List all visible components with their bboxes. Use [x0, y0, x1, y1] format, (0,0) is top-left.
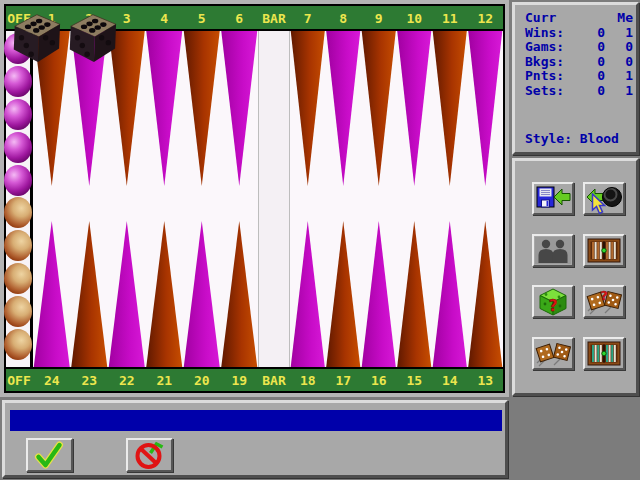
style-value: Blood	[580, 131, 619, 146]
mouse-cursor-icon	[591, 193, 608, 220]
point[interactable]	[361, 31, 397, 186]
stat-curr-value: 0	[577, 84, 605, 99]
stat-curr-value: 0	[577, 26, 605, 41]
top-label-11: 11	[442, 10, 458, 25]
stat-label: Sets:	[525, 84, 577, 99]
top-label-4: 4	[160, 10, 168, 25]
board-bottom-label-bar: OFF242322212019BAR181716151413	[6, 369, 503, 391]
bottom-label-22: 22	[119, 373, 135, 388]
board-setup-button[interactable]	[583, 337, 625, 370]
bottom-label-14: 14	[442, 373, 458, 388]
stat-curr-value: 0	[577, 69, 605, 84]
point[interactable]	[146, 31, 184, 186]
point[interactable]	[146, 221, 184, 367]
style-line: Style: Blood	[525, 131, 619, 146]
bottom-label-15: 15	[406, 373, 422, 388]
mystery-cube-button[interactable]: ?	[532, 285, 574, 318]
point[interactable]	[71, 221, 109, 367]
off-column[interactable]	[6, 31, 33, 367]
players-button[interactable]	[532, 234, 574, 267]
board-playing-area	[6, 31, 503, 367]
point[interactable]	[183, 31, 221, 186]
stats-panel: CurrMeWins:01Gams:00Bkgs:00Pnts:01Sets:0…	[512, 2, 639, 155]
top-label-9: 9	[375, 10, 383, 25]
cancel-button[interactable]	[126, 438, 173, 472]
bottom-label-16: 16	[371, 373, 387, 388]
off-checker-purple[interactable]	[4, 66, 32, 97]
bottom-label-23: 23	[81, 373, 97, 388]
top-label-7: 7	[304, 10, 312, 25]
stats-col2-header: Me	[605, 11, 633, 26]
toolbar-panel: ??	[512, 158, 639, 396]
bottom-label-18: 18	[300, 373, 316, 388]
off-checker-brown[interactable]	[4, 263, 32, 294]
off-checker-purple[interactable]	[4, 132, 32, 163]
bottom-label-bar: BAR	[262, 373, 285, 388]
stat-me-value: 0	[605, 55, 633, 70]
point[interactable]	[361, 221, 397, 367]
point[interactable]	[468, 31, 504, 186]
bottom-label-21: 21	[156, 373, 172, 388]
stat-curr-value: 0	[577, 55, 605, 70]
point[interactable]	[397, 31, 433, 186]
save-game-button[interactable]	[532, 182, 574, 215]
bottom-label-off: OFF	[7, 373, 30, 388]
point[interactable]	[397, 221, 433, 367]
point[interactable]	[108, 221, 146, 367]
stat-label: Pnts:	[525, 69, 577, 84]
stat-label: Gams:	[525, 40, 577, 55]
stat-me-value: 0	[605, 40, 633, 55]
stat-label: Bkgs:	[525, 55, 577, 70]
top-label-12: 12	[477, 10, 493, 25]
off-checker-purple[interactable]	[4, 99, 32, 130]
bottom-label-20: 20	[194, 373, 210, 388]
prompt-input-bar[interactable]: How many men at slot [ 1]: _	[10, 410, 502, 431]
point[interactable]	[468, 221, 504, 367]
svg-text:?: ?	[600, 288, 608, 303]
stat-curr-value: 0	[577, 40, 605, 55]
die-showing-6[interactable]	[64, 6, 118, 66]
ok-button[interactable]	[26, 438, 73, 472]
svg-text:?: ?	[549, 297, 558, 315]
top-label-10: 10	[406, 10, 422, 25]
bar-strip[interactable]	[258, 31, 290, 367]
stat-label: Wins:	[525, 26, 577, 41]
top-label-3: 3	[123, 10, 131, 25]
off-checker-brown[interactable]	[4, 230, 32, 261]
stats-col1-header: Curr	[525, 11, 577, 26]
point[interactable]	[432, 221, 468, 367]
stat-me-value: 1	[605, 84, 633, 99]
top-label-8: 8	[339, 10, 347, 25]
checkmark-icon	[28, 440, 71, 470]
point[interactable]	[290, 221, 326, 367]
top-label-5: 5	[198, 10, 206, 25]
off-checker-brown[interactable]	[4, 197, 32, 228]
bottom-label-13: 13	[477, 373, 493, 388]
point[interactable]	[326, 31, 362, 186]
point[interactable]	[221, 31, 259, 186]
stat-me-value: 1	[605, 69, 633, 84]
backgammon-app-window: OFF123456BAR789101112 OFF242322212019BAR…	[0, 0, 640, 480]
bottom-label-19: 19	[231, 373, 247, 388]
bottom-label-24: 24	[44, 373, 60, 388]
point[interactable]	[33, 221, 71, 367]
ask-dice-button[interactable]: ?	[583, 285, 625, 318]
die-showing-6[interactable]	[8, 6, 62, 66]
new-board-button[interactable]	[583, 234, 625, 267]
point[interactable]	[290, 31, 326, 186]
prompt-panel: How many men at slot [ 1]: _	[2, 400, 508, 478]
stats-table: CurrMeWins:01Gams:00Bkgs:00Pnts:01Sets:0…	[515, 5, 636, 99]
style-label: Style:	[525, 131, 572, 146]
point[interactable]	[326, 221, 362, 367]
bottom-label-17: 17	[335, 373, 351, 388]
off-checker-purple[interactable]	[4, 165, 32, 196]
no-sign-icon	[128, 440, 171, 470]
off-checker-brown[interactable]	[4, 296, 32, 327]
top-label-bar: BAR	[262, 10, 285, 25]
off-checker-brown[interactable]	[4, 329, 32, 360]
point[interactable]	[183, 221, 221, 367]
stat-me-value: 1	[605, 26, 633, 41]
point[interactable]	[221, 221, 259, 367]
point[interactable]	[432, 31, 468, 186]
roll-dice-button[interactable]	[532, 337, 574, 370]
